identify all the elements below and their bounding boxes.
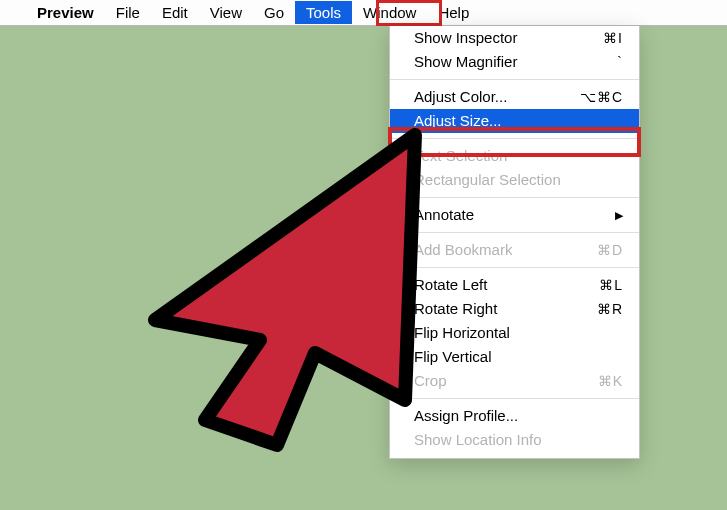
menubar-item-edit[interactable]: Edit (151, 1, 199, 24)
dropdown-item-label: Add Bookmark (414, 240, 573, 260)
menubar-item-help[interactable]: Help (427, 1, 480, 24)
dropdown-item-label: Annotate (414, 205, 615, 225)
dropdown-item-show-location-info: Show Location Info (390, 428, 639, 452)
dropdown-item-annotate[interactable]: Annotate▶ (390, 203, 639, 227)
dropdown-item-assign-profile[interactable]: Assign Profile... (390, 404, 639, 428)
dropdown-item-text-selection: Text Selection (390, 144, 639, 168)
dropdown-item-shortcut: ⌥⌘C (573, 87, 623, 107)
menubar: Preview File Edit View Go Tools Window H… (0, 0, 727, 26)
dropdown-item-shortcut: ` (573, 52, 623, 72)
dropdown-item-adjust-size[interactable]: Adjust Size... (390, 109, 639, 133)
dropdown-separator (390, 267, 639, 268)
dropdown-separator (390, 398, 639, 399)
dropdown-item-label: Rectangular Selection (414, 170, 623, 190)
dropdown-item-label: Adjust Color... (414, 87, 573, 107)
dropdown-item-add-bookmark: Add Bookmark⌘D (390, 238, 639, 262)
menubar-item-window[interactable]: Window (352, 1, 427, 24)
dropdown-item-shortcut: ⌘I (573, 28, 623, 48)
dropdown-item-crop: Crop⌘K (390, 369, 639, 393)
dropdown-item-label: Show Inspector (414, 28, 573, 48)
dropdown-item-label: Rotate Right (414, 299, 573, 319)
dropdown-item-label: Rotate Left (414, 275, 573, 295)
submenu-arrow-icon: ▶ (615, 205, 623, 225)
dropdown-separator (390, 79, 639, 80)
dropdown-item-label: Show Location Info (414, 430, 623, 450)
dropdown-item-label: Crop (414, 371, 573, 391)
menubar-app-name[interactable]: Preview (26, 1, 105, 24)
dropdown-item-shortcut: ⌘D (573, 240, 623, 260)
dropdown-item-label: Flip Vertical (414, 347, 623, 367)
dropdown-separator (390, 138, 639, 139)
dropdown-item-label: Assign Profile... (414, 406, 623, 426)
dropdown-item-flip-horizontal[interactable]: Flip Horizontal (390, 321, 639, 345)
dropdown-item-label: Show Magnifier (414, 52, 573, 72)
menubar-item-go[interactable]: Go (253, 1, 295, 24)
dropdown-item-shortcut: ⌘L (573, 275, 623, 295)
dropdown-separator (390, 232, 639, 233)
dropdown-item-label: Adjust Size... (414, 111, 623, 131)
dropdown-item-rotate-left[interactable]: Rotate Left⌘L (390, 273, 639, 297)
tools-dropdown: Show Inspector⌘IShow Magnifier`Adjust Co… (389, 26, 640, 459)
dropdown-item-shortcut: ⌘K (573, 371, 623, 391)
dropdown-item-shortcut: ⌘R (573, 299, 623, 319)
dropdown-item-rectangular-selection: Rectangular Selection (390, 168, 639, 192)
dropdown-separator (390, 197, 639, 198)
dropdown-item-label: Flip Horizontal (414, 323, 623, 343)
menubar-item-file[interactable]: File (105, 1, 151, 24)
menubar-item-tools[interactable]: Tools (295, 1, 352, 24)
dropdown-item-show-magnifier[interactable]: Show Magnifier` (390, 50, 639, 74)
dropdown-item-flip-vertical[interactable]: Flip Vertical (390, 345, 639, 369)
menubar-item-view[interactable]: View (199, 1, 253, 24)
dropdown-item-show-inspector[interactable]: Show Inspector⌘I (390, 26, 639, 50)
dropdown-item-rotate-right[interactable]: Rotate Right⌘R (390, 297, 639, 321)
dropdown-item-label: Text Selection (414, 146, 623, 166)
dropdown-item-adjust-color[interactable]: Adjust Color...⌥⌘C (390, 85, 639, 109)
